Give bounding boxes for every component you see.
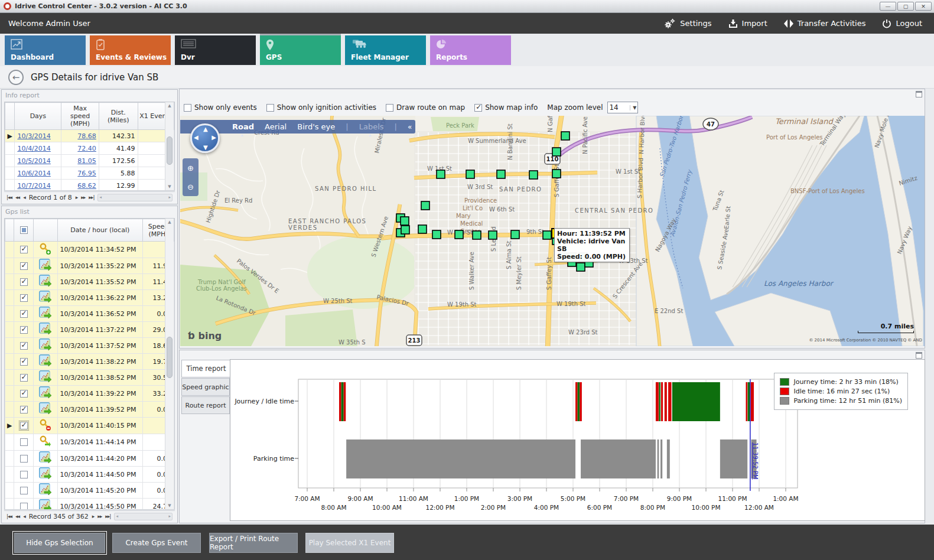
gps-row[interactable]: 10/3/2014 11:44:50 PM0.00 [5,467,174,483]
select-all-header[interactable] [14,219,34,242]
map-style-labels[interactable]: Labels [359,122,384,131]
gps-list-scrollbar[interactable]: ▲ ▼ [165,219,174,509]
gps-marker[interactable] [437,170,445,178]
gps-marker[interactable] [552,170,561,178]
row-checkbox[interactable] [20,438,28,446]
max-speed-link[interactable]: 72.40 [77,145,96,152]
gps-row[interactable]: 10/3/2014 11:44:14 PM [5,434,174,451]
day-link[interactable]: 10/3/2014 [17,132,50,140]
info-report-scrollbar[interactable]: ▲ ▼ [165,102,174,190]
row-checkbox[interactable] [20,503,28,510]
checkbox[interactable] [474,104,482,112]
gps-row[interactable]: 10/3/2014 11:35:52 PM11.47 [5,274,174,290]
gps-row[interactable]: 10/3/2014 11:37:22 PM29.05 [5,322,174,338]
max-speed-link[interactable]: 78.68 [77,132,96,140]
table-row[interactable]: 10/7/201468.6212.990 [5,180,174,191]
pan-up-icon[interactable]: ▲ [203,126,208,132]
checkbox[interactable] [266,104,274,112]
export-print-route-report-button[interactable]: Export / Print Route Report [209,533,298,553]
gps-row[interactable]: 10/3/2014 11:39:52 PM0.00 [5,402,174,418]
next-page-icon[interactable]: ▸▸ [81,194,85,200]
action-logout[interactable]: Logout [882,19,922,28]
day-link[interactable]: 10/7/2014 [17,182,50,190]
row-checkbox[interactable] [20,262,28,270]
max-speed-link[interactable]: 76.95 [77,170,96,177]
map-option-show-map-info[interactable]: Show map info [474,103,538,112]
row-checkbox[interactable] [20,246,28,253]
tab-events-reviews[interactable]: Events & Reviews [90,35,171,65]
row-checkbox[interactable] [20,390,28,398]
gps-row[interactable]: 10/3/2014 11:36:22 PM13.28 [5,290,174,306]
gps-row[interactable]: 10/3/2014 11:38:52 PM30.55 [5,370,174,386]
row-checkbox[interactable] [20,278,28,286]
max-speed-link[interactable]: 68.62 [77,182,96,190]
gps-row[interactable]: 10/3/2014 11:45:50 PM24.75 [5,499,174,510]
pan-down-icon[interactable]: ▼ [203,144,208,151]
hide-gps-selection-button[interactable]: Hide Gps Selection [14,533,105,553]
gps-marker[interactable] [577,263,585,271]
row-checkbox[interactable] [20,310,28,318]
create-gps-event-button[interactable]: Create Gps Event [112,533,201,553]
table-row[interactable]: 10/5/201481.05172.562 [5,155,174,167]
map-option-show-only-events[interactable]: Show only events [184,103,257,112]
select-all-checkbox[interactable] [20,226,28,234]
row-checkbox[interactable] [20,406,28,414]
gps-row[interactable]: 10/3/2014 11:37:52 PM18.63 [5,338,174,354]
horizontal-scrollbar[interactable]: ◂▸ [97,194,173,201]
next-page-icon[interactable]: ▸▸ [97,513,102,519]
tab-dvr[interactable]: Dvr [175,35,256,65]
prev-record-icon[interactable]: ◂ [23,194,25,200]
collapse-navbar-icon[interactable]: « [408,123,412,131]
day-link[interactable]: 10/4/2014 [17,145,50,152]
column-header[interactable]: Max speed (MPH) [61,103,99,130]
action-import[interactable]: Import [728,19,767,28]
table-row[interactable]: ▶10/3/201478.68142.310 [5,130,174,142]
gps-marker[interactable] [473,231,481,239]
tab-fleet-manager[interactable]: Fleet Manager [345,35,426,65]
tab-reports[interactable]: Reports [430,35,511,65]
tab-route-report[interactable]: Route report [181,396,230,414]
row-checkbox[interactable] [20,294,28,302]
map-style-road[interactable]: Road [232,122,254,131]
bing-map-canvas[interactable]: 11047213Peck ParkCrest RdW Summerland Av… [180,116,925,346]
map-zoom-select[interactable]: 14▼ [607,102,638,113]
gps-row[interactable]: 10/3/2014 11:35:22 PM11.97 [5,258,174,274]
row-checkbox[interactable] [20,422,28,429]
gps-marker[interactable] [432,230,441,239]
tab-time-report[interactable]: Time report [181,360,230,377]
gps-marker[interactable] [552,148,561,156]
gps-row[interactable]: ▶10/3/2014 11:40:15 PM [5,418,174,434]
gps-marker[interactable] [511,230,519,239]
last-record-icon[interactable]: ▸▸| [89,194,94,200]
gps-marker[interactable] [529,171,538,179]
map-option-show-only-ignition-activities[interactable]: Show only ignition activities [266,103,376,112]
gps-row[interactable]: 10/3/2014 11:36:52 PM0.00 [5,306,174,322]
prev-record-icon[interactable]: ◂ [23,513,25,519]
first-record-icon[interactable]: |◂◂ [6,194,12,200]
map-compass-control[interactable]: ▲ ▼ ◀ ▶ [190,123,220,153]
gps-row[interactable]: 10/3/2014 11:44:20 PM0.00 [5,451,174,467]
gps-marker[interactable] [497,170,505,178]
row-checkbox[interactable] [20,326,28,334]
gps-marker[interactable] [418,225,427,233]
day-link[interactable]: 10/6/2014 [17,170,50,177]
horizontal-scrollbar[interactable]: ◂▸ [114,513,173,520]
last-record-icon[interactable]: ▸▸| [105,513,110,519]
prev-page-icon[interactable]: ◂◂ [15,194,19,200]
action-transfer-activities[interactable]: Transfer Activities [784,18,866,29]
gps-marker[interactable] [466,170,474,178]
next-record-icon[interactable]: ▸ [76,194,78,200]
map-option-draw-route-on-map[interactable]: Draw route on map [386,103,465,112]
gps-row[interactable]: 10/3/2014 11:39:22 PM33.21 [5,386,174,402]
column-header[interactable]: Days [15,103,61,130]
gps-marker[interactable] [543,231,551,239]
checkbox[interactable] [184,104,191,112]
max-speed-link[interactable]: 81.05 [77,157,96,165]
row-checkbox[interactable] [20,374,28,382]
table-row[interactable]: 10/4/201472.4041.491 [5,142,174,155]
maximize-panel-icon[interactable] [916,91,922,97]
gps-row[interactable]: 10/3/2014 11:34:52 PM [5,242,174,258]
checkbox[interactable] [386,104,393,112]
gps-marker[interactable] [489,231,497,239]
zoom-out-icon[interactable]: ⊖ [187,183,194,191]
